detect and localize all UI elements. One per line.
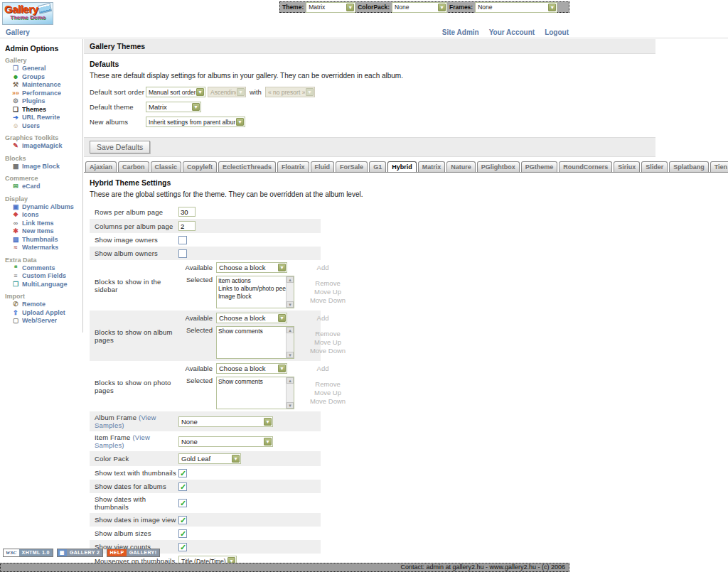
sidebar-item-performance[interactable]: »»Performance — [0, 90, 82, 98]
scroll-up-icon[interactable]: ▴ — [287, 276, 294, 283]
sidebar-item-new-items[interactable]: ✱New Items — [0, 227, 82, 236]
item-frame-select[interactable]: None ▾ — [178, 436, 273, 447]
tab-g1[interactable]: G1 — [369, 161, 386, 172]
scroll-up-icon[interactable]: ▴ — [287, 327, 294, 333]
listbox-option[interactable]: Links to album/photo peers — [218, 285, 286, 293]
tab-copyleft[interactable]: Copyleft — [183, 161, 217, 172]
sidebar-item-web-server[interactable]: ▢Web/Server — [0, 317, 82, 325]
sidebar-item-maintenance[interactable]: ⚒Maintenance — [0, 81, 82, 90]
sidebar-available-blocks-select[interactable]: Choose a block ▾ — [216, 262, 287, 273]
sidebar-item-dynamic-albums[interactable]: ▣Dynamic Albums — [0, 203, 82, 212]
tab-carbon[interactable]: Carbon — [118, 161, 149, 172]
remove-link[interactable]: Remove — [315, 380, 340, 389]
move-down-link[interactable]: Move Down — [310, 296, 346, 305]
sidebar-item-thumbnails[interactable]: ▤Thumbnails — [0, 236, 82, 244]
show-dates-with-thumbnails-checkbox[interactable] — [178, 499, 187, 507]
gallery2-badge[interactable]: ▩GALLERY 2 — [57, 549, 104, 557]
listbox-option[interactable]: Show comments — [218, 378, 286, 386]
help-gallery-badge[interactable]: HELPGALLERY! — [107, 549, 160, 557]
w3c-xhtml-badge[interactable]: W3CXHTML 1.0 — [3, 549, 53, 557]
rows-per-page-input[interactable] — [178, 207, 196, 217]
sidebar-item-image-block[interactable]: ▦Image Block — [0, 163, 82, 171]
sidebar-item-plugins[interactable]: ⚙Plugins — [0, 97, 82, 106]
remove-link[interactable]: Remove — [315, 330, 340, 338]
tab-ajaxian[interactable]: Ajaxian — [85, 161, 117, 172]
tab-slider[interactable]: Slider — [641, 161, 668, 172]
theme-select[interactable]: Matrix▾ — [306, 2, 355, 13]
tab-tien[interactable]: Tien — [710, 161, 728, 172]
listbox-scrollbar[interactable]: ▴ ▾ — [286, 377, 294, 409]
tab-classic[interactable]: Classic — [151, 161, 182, 172]
sidebar-item-icons[interactable]: ❖Icons — [0, 211, 82, 220]
add-link[interactable]: Add — [301, 314, 344, 322]
default-theme-select[interactable]: Matrix ▾ — [146, 102, 201, 112]
move-down-link[interactable]: Move Down — [310, 347, 346, 355]
sidebar-item-url-rewrite[interactable]: ➔URL Rewrite — [0, 114, 82, 122]
photo-available-blocks-select[interactable]: Choose a block ▾ — [216, 363, 287, 374]
tab-matrix[interactable]: Matrix — [418, 161, 446, 172]
sort-order-select[interactable]: Manual sort order ▾ — [146, 87, 205, 97]
tab-splatbang[interactable]: Splatbang — [669, 161, 709, 172]
move-down-link[interactable]: Move Down — [310, 397, 346, 406]
show-album-owners-checkbox[interactable] — [178, 249, 187, 258]
sidebar-item-custom-fields[interactable]: ≡Custom Fields — [0, 272, 82, 281]
tab-eclecticthreads[interactable]: EclecticThreads — [218, 161, 276, 172]
show-view-counts-checkbox[interactable] — [178, 543, 187, 551]
breadcrumb-gallery[interactable]: Gallery — [6, 28, 30, 36]
tab-floatrix[interactable]: Floatrix — [277, 161, 309, 172]
frames-select[interactable]: None▾ — [475, 2, 557, 13]
tab-nature[interactable]: Nature — [446, 161, 476, 172]
scroll-down-icon[interactable]: ▾ — [287, 402, 294, 409]
logout-link[interactable]: Logout — [545, 28, 569, 36]
album-available-blocks-select[interactable]: Choose a block ▾ — [216, 313, 287, 323]
show-dates-in-image-view-checkbox[interactable] — [178, 516, 187, 524]
sidebar-item-themes[interactable]: ❏Themes — [0, 106, 82, 114]
photo-selected-blocks-listbox[interactable]: Show comments ▴ ▾ — [216, 377, 294, 409]
tab-pgtheme[interactable]: PGtheme — [521, 161, 558, 172]
tab-hybrid[interactable]: Hybrid — [387, 161, 417, 173]
colorpack-select[interactable]: None▾ — [392, 2, 447, 13]
gallery-logo[interactable]: Gallery Theme Demo — [2, 2, 53, 25]
sidebar-item-watermarks[interactable]: ≈Watermarks — [0, 244, 82, 252]
sidebar-item-upload-applet[interactable]: ⇪Upload Applet — [0, 309, 82, 318]
album-frame-select[interactable]: None ▾ — [178, 416, 273, 427]
show-album-sizes-checkbox[interactable] — [178, 529, 187, 538]
sidebar-item-link-items[interactable]: ∞Link Items — [0, 220, 82, 228]
sidebar-item-general[interactable]: ❐General — [0, 65, 82, 73]
show-image-owners-checkbox[interactable] — [178, 236, 187, 244]
columns-per-page-input[interactable] — [178, 221, 196, 231]
sidebar-item-users[interactable]: ☺Users — [0, 122, 82, 131]
tab-forsale[interactable]: ForSale — [336, 161, 368, 172]
scroll-down-icon[interactable]: ▾ — [287, 352, 294, 358]
album-selected-blocks-listbox[interactable]: Show comments ▴ ▾ — [216, 326, 294, 359]
sidebar-selected-blocks-listbox[interactable]: Item actionsLinks to album/photo peersIm… — [216, 276, 294, 308]
listbox-scrollbar[interactable]: ▴ ▾ — [286, 276, 294, 308]
sidebar-item-groups[interactable]: ☻Groups — [0, 73, 82, 82]
color-pack-select[interactable]: Gold Leaf ▾ — [178, 453, 241, 464]
new-albums-select[interactable]: Inherit settings from parent album ▾ — [146, 117, 245, 127]
tab-siriux[interactable]: Siriux — [614, 161, 640, 172]
move-up-link[interactable]: Move Up — [314, 389, 341, 397]
sidebar-item-comments[interactable]: ❝Comments — [0, 264, 82, 273]
show-text-with-thumbnails-checkbox[interactable] — [178, 469, 187, 477]
sidebar-item-imagemagick[interactable]: ✎ImageMagick — [0, 142, 82, 151]
tab-pglightbox[interactable]: PGlightbox — [477, 161, 520, 172]
sidebar-item-remote[interactable]: ✆Remote — [0, 301, 82, 309]
listbox-option[interactable]: Item actions — [218, 277, 286, 285]
tab-fluid[interactable]: Fluid — [311, 161, 335, 172]
sidebar-item-multilanguage[interactable]: ❒MultiLanguage — [0, 281, 82, 289]
remove-link[interactable]: Remove — [315, 279, 340, 288]
save-defaults-button[interactable]: Save Defaults — [90, 141, 150, 153]
scroll-down-icon[interactable]: ▾ — [287, 301, 294, 308]
tab-roundcorners[interactable]: RoundCorners — [559, 161, 612, 172]
add-link[interactable]: Add — [301, 365, 344, 372]
listbox-option[interactable]: Show comments — [218, 328, 286, 335]
scroll-up-icon[interactable]: ▴ — [287, 377, 294, 384]
add-link[interactable]: Add — [301, 264, 344, 271]
site-admin-link[interactable]: Site Admin — [442, 28, 479, 36]
listbox-option[interactable]: Image Block — [218, 293, 286, 301]
show-dates-for-albums-checkbox[interactable] — [178, 482, 187, 491]
move-up-link[interactable]: Move Up — [314, 338, 341, 347]
listbox-scrollbar[interactable]: ▴ ▾ — [286, 327, 294, 358]
your-account-link[interactable]: Your Account — [489, 28, 535, 36]
